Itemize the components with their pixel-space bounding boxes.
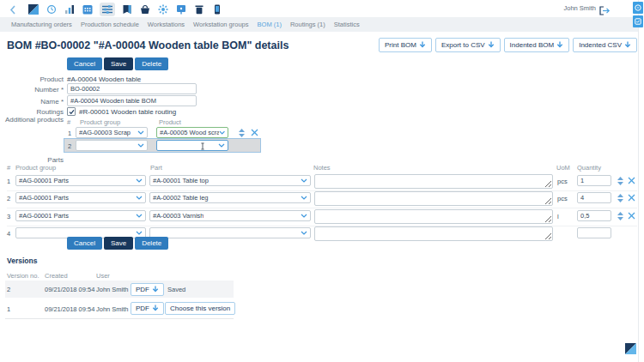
row-divider bbox=[5, 318, 234, 319]
ap-product-value: #A-00005 Wood scrap bbox=[160, 129, 219, 136]
parts-header-qty: Quantity bbox=[577, 164, 601, 172]
nav-statistics[interactable]: Statistics bbox=[334, 21, 360, 28]
scrollbar[interactable] bbox=[638, 0, 644, 362]
part-quantity-input[interactable] bbox=[577, 210, 611, 221]
board-icon[interactable] bbox=[175, 3, 187, 15]
delete-button[interactable]: Delete bbox=[135, 237, 168, 250]
version-created: 09/21/2018 09:54 bbox=[45, 305, 94, 313]
part-row-sort-handle[interactable] bbox=[617, 212, 623, 220]
version-user: John Smith bbox=[96, 305, 129, 313]
version-created: 09/21/2018 09:54 bbox=[45, 286, 94, 293]
pdf-download-button[interactable]: PDF bbox=[131, 283, 164, 296]
calendar-icon[interactable] bbox=[82, 3, 94, 15]
nav-workstation-groups[interactable]: Workstation groups bbox=[193, 21, 248, 28]
page-title: BOM #BO-00002 "#A-00004 Wooden table BOM… bbox=[7, 39, 289, 51]
name-input[interactable] bbox=[67, 95, 197, 106]
save-button[interactable]: Save bbox=[104, 57, 133, 70]
bar-chart-icon[interactable] bbox=[64, 3, 76, 15]
part-group-select[interactable]: #AG-00001 Parts bbox=[15, 210, 146, 221]
part-select[interactable]: #A-00001 Table top bbox=[149, 175, 311, 186]
parts-header-num: # bbox=[7, 164, 10, 172]
download-arrow-icon bbox=[419, 41, 426, 49]
ap-product-select-focused[interactable] bbox=[156, 140, 228, 151]
bom-list-icon[interactable] bbox=[100, 3, 115, 16]
part-row-sort-handle[interactable] bbox=[617, 194, 623, 202]
logo-icon[interactable] bbox=[27, 3, 39, 15]
cancel-button[interactable]: Cancel bbox=[67, 57, 102, 70]
part-row-delete-icon[interactable] bbox=[628, 194, 635, 202]
part-value: #A-00001 Table top bbox=[153, 177, 209, 184]
book-icon[interactable] bbox=[121, 3, 133, 15]
row-divider bbox=[7, 208, 637, 208]
part-notes-input[interactable] bbox=[314, 174, 553, 189]
part-notes-input[interactable] bbox=[314, 191, 553, 206]
nav-production-schedule[interactable]: Production schedule bbox=[81, 21, 139, 28]
part-group-value: #AG-00001 Parts bbox=[19, 212, 69, 220]
nav-bom[interactable]: BOM (1) bbox=[258, 21, 282, 28]
parts-header-notes: Notes bbox=[313, 164, 331, 172]
export-button-row: Print BOM Export to CSV Indented BOM Ind… bbox=[379, 38, 637, 52]
top-action-buttons: Cancel Save Delete bbox=[67, 57, 168, 70]
part-select[interactable]: #A-00002 Table leg bbox=[149, 192, 311, 203]
routing-value: #R-00001 Wooden table routing bbox=[79, 108, 176, 116]
parts-label: Parts bbox=[0, 156, 64, 164]
ap-header-product: Product bbox=[159, 118, 181, 126]
delete-button[interactable]: Delete bbox=[135, 57, 168, 70]
ap-header-group: Product group bbox=[80, 118, 120, 126]
corner-logo-icon[interactable] bbox=[625, 342, 636, 353]
name-label: Name * bbox=[0, 98, 64, 106]
check-icon bbox=[69, 109, 75, 115]
versions-header-created: Created bbox=[45, 272, 68, 280]
part-select[interactable]: #A-00003 Varnish bbox=[149, 210, 311, 221]
ap-product-select[interactable]: #A-00005 Wood scrap bbox=[156, 127, 228, 138]
part-quantity-input[interactable] bbox=[577, 175, 611, 186]
part-notes-input[interactable] bbox=[314, 226, 553, 241]
gear-icon[interactable] bbox=[157, 3, 169, 15]
choose-version-button[interactable]: Choose this version bbox=[165, 302, 235, 315]
part-row-delete-icon[interactable] bbox=[628, 177, 635, 184]
routings-label: Routings bbox=[0, 108, 64, 116]
part-group-select[interactable]: #AG-00001 Parts bbox=[15, 175, 146, 186]
part-row-delete-icon[interactable] bbox=[628, 212, 635, 220]
logout-icon[interactable] bbox=[599, 3, 611, 13]
ap-row-delete-icon[interactable] bbox=[251, 129, 258, 136]
indented-csv-button[interactable]: Indented CSV bbox=[573, 38, 637, 52]
routing-checkbox[interactable] bbox=[67, 107, 76, 116]
product-value: #A-00004 Wooden table bbox=[67, 75, 141, 83]
part-uom: pcs bbox=[557, 195, 568, 202]
additional-products-label: Additional products bbox=[0, 116, 64, 124]
back-chevron-icon[interactable] bbox=[9, 3, 16, 15]
part-notes-input[interactable] bbox=[314, 209, 553, 224]
chevron-down-icon bbox=[218, 143, 225, 148]
clock-icon[interactable] bbox=[46, 3, 58, 15]
download-arrow-icon bbox=[488, 41, 495, 49]
floating-buttons bbox=[633, 2, 643, 27]
part-group-select[interactable]: #AG-00001 Parts bbox=[15, 192, 146, 203]
ap-group-select[interactable] bbox=[76, 140, 148, 151]
part-quantity-input[interactable] bbox=[577, 227, 611, 238]
indented-bom-button[interactable]: Indented BOM bbox=[504, 38, 570, 52]
part-select[interactable] bbox=[149, 227, 311, 238]
save-button[interactable]: Save bbox=[104, 237, 133, 250]
ap-row-number: 1 bbox=[68, 130, 71, 137]
nav-manufacturing-orders[interactable]: Manufacturing orders bbox=[11, 21, 72, 28]
feedback-icon[interactable] bbox=[633, 15, 643, 27]
pdf-label: PDF bbox=[136, 305, 149, 312]
cancel-button[interactable]: Cancel bbox=[67, 237, 102, 250]
export-csv-button[interactable]: Export to CSV bbox=[435, 38, 501, 52]
nav-routings[interactable]: Routings (1) bbox=[290, 21, 325, 28]
part-quantity-input[interactable] bbox=[577, 192, 611, 203]
trash-icon[interactable] bbox=[193, 3, 205, 15]
ap-group-select[interactable]: #AG-00003 Scrap bbox=[76, 127, 148, 138]
phone-icon[interactable] bbox=[211, 3, 223, 15]
part-row-number: 4 bbox=[7, 230, 10, 238]
number-input[interactable] bbox=[67, 83, 197, 94]
nav-workstations[interactable]: Workstations bbox=[148, 21, 185, 28]
ap-row-sort-handle[interactable] bbox=[239, 129, 245, 137]
basket-icon[interactable] bbox=[139, 3, 151, 15]
pdf-download-button[interactable]: PDF bbox=[131, 302, 164, 315]
help-icon[interactable] bbox=[633, 2, 643, 14]
part-row-sort-handle[interactable] bbox=[617, 177, 623, 185]
pdf-label: PDF bbox=[136, 286, 149, 293]
print-bom-button[interactable]: Print BOM bbox=[379, 38, 432, 52]
